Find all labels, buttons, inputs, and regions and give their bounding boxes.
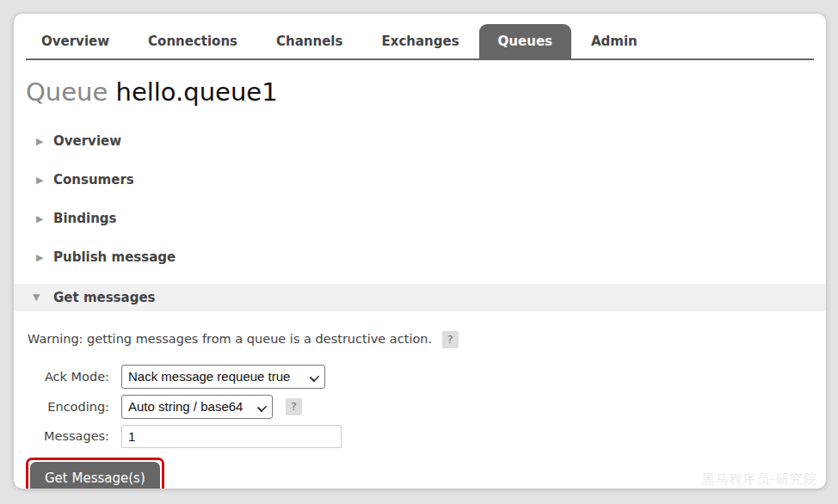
messages-control — [121, 425, 342, 448]
warning-text: Warning: getting messages from a queue i… — [28, 331, 814, 348]
tab-exchanges[interactable]: Exchanges — [381, 24, 459, 58]
messages-count-input[interactable] — [121, 425, 342, 448]
section-overview-label: Overview — [53, 133, 121, 149]
page-title: Queue hello.queue1 — [26, 79, 814, 107]
chevron-right-icon — [36, 214, 53, 224]
queue-name: hello.queue1 — [116, 77, 278, 107]
tab-queues[interactable]: Queues — [479, 24, 571, 58]
section-consumers-label: Consumers — [53, 172, 134, 187]
section-consumers[interactable]: Consumers — [14, 161, 826, 200]
help-icon[interactable]: ? — [286, 398, 302, 415]
chevron-right-icon — [36, 175, 53, 185]
help-icon[interactable]: ? — [442, 331, 459, 348]
section-publish-message-label: Publish message — [53, 249, 176, 265]
ack-mode-control: Nack message requeue true — [121, 365, 342, 389]
chevron-right-icon — [36, 137, 53, 146]
red-highlight-box: Get Message(s) — [26, 458, 164, 489]
section-get-messages-label: Get messages — [53, 290, 156, 305]
chevron-down-icon — [33, 292, 53, 302]
tab-bar: Overview Connections Channels Exchanges … — [26, 24, 814, 60]
ack-mode-select[interactable]: Nack message requeue true — [121, 365, 325, 389]
get-messages-button[interactable]: Get Message(s) — [30, 462, 160, 489]
section-get-messages[interactable]: Get messages — [14, 284, 826, 311]
ack-mode-select-wrap: Nack message requeue true — [121, 365, 325, 389]
section-bindings-label: Bindings — [53, 211, 116, 226]
section-bindings[interactable]: Bindings — [14, 200, 826, 238]
tab-admin[interactable]: Admin — [591, 24, 638, 58]
ack-mode-label: Ack Mode: — [26, 370, 109, 384]
tab-list: Overview Connections Channels Exchanges … — [26, 24, 638, 58]
tab-connections[interactable]: Connections — [148, 24, 237, 58]
main-card: Overview Connections Channels Exchanges … — [14, 14, 826, 489]
messages-label: Messages: — [26, 429, 109, 443]
get-messages-panel: Warning: getting messages from a queue i… — [14, 331, 826, 489]
tab-channels[interactable]: Channels — [276, 24, 342, 58]
encoding-select-wrap: Auto string / base64 — [121, 395, 273, 419]
section-publish-message[interactable]: Publish message — [14, 238, 826, 277]
encoding-label: Encoding: — [26, 400, 109, 414]
encoding-select[interactable]: Auto string / base64 — [121, 395, 273, 419]
tab-overview[interactable]: Overview — [41, 24, 109, 58]
chevron-right-icon — [36, 253, 53, 262]
get-messages-form: Ack Mode: Nack message requeue true Enco… — [26, 365, 814, 448]
page-title-prefix: Queue — [26, 77, 108, 107]
encoding-control: Auto string / base64 ? — [121, 395, 342, 419]
section-overview[interactable]: Overview — [14, 122, 826, 161]
warning-message: Warning: getting messages from a queue i… — [28, 332, 432, 346]
